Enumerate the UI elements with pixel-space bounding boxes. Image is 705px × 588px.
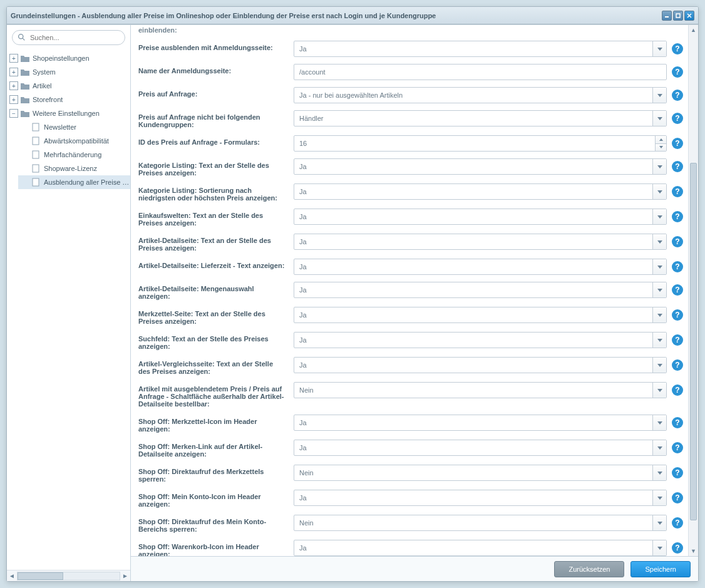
hscroll-track[interactable] (17, 572, 120, 580)
scroll-up-icon[interactable]: ▲ (689, 25, 698, 35)
combo-box[interactable]: Ja (294, 357, 667, 373)
combo-box[interactable]: Nein (294, 515, 667, 531)
field-label: Kategorie Listing: Sortierung nach niedr… (138, 183, 294, 202)
help-icon[interactable]: ? (672, 211, 683, 222)
help-icon[interactable]: ? (672, 236, 683, 247)
reset-button[interactable]: Zurücksetzen (554, 561, 624, 577)
combo-box[interactable]: Ja (294, 209, 667, 225)
help-icon[interactable]: ? (672, 284, 683, 296)
spinner-up-icon[interactable] (656, 136, 666, 144)
vscroll-track[interactable] (689, 35, 698, 546)
combo-box[interactable]: Ja (294, 282, 667, 298)
tree-node-system[interactable]: + System (7, 65, 130, 79)
help-icon[interactable]: ? (672, 417, 683, 428)
chevron-down-icon[interactable] (652, 234, 666, 249)
combo-box[interactable]: Ja (294, 307, 667, 323)
help-icon[interactable]: ? (672, 261, 683, 272)
chevron-down-icon[interactable] (652, 333, 666, 348)
field-wrap: Ja? (294, 158, 683, 175)
chevron-down-icon[interactable] (652, 111, 666, 126)
spinner-down-icon[interactable] (656, 144, 666, 152)
chevron-down-icon[interactable] (652, 383, 666, 398)
titlebar[interactable]: Grundeinstellungen - Ausblendung aller P… (7, 7, 698, 24)
scroll-down-icon[interactable]: ▼ (689, 546, 698, 556)
chevron-down-icon[interactable] (652, 88, 666, 103)
text-input[interactable] (294, 64, 667, 80)
chevron-down-icon[interactable] (652, 209, 666, 224)
vscroll-thumb[interactable] (690, 163, 697, 520)
main-vscroll[interactable]: ▲ ▼ (688, 25, 698, 556)
save-button[interactable]: Speichern (630, 561, 691, 577)
tree-node-lizenz[interactable]: Shopware-Lizenz (18, 162, 130, 175)
expand-icon[interactable]: + (9, 68, 18, 76)
chevron-down-icon[interactable] (652, 515, 666, 530)
tree-node-abwaerts[interactable]: Abwärtskompatibilität (18, 134, 130, 148)
spinner-value[interactable]: 16 (294, 136, 655, 151)
maximize-button[interactable] (673, 11, 683, 21)
help-icon[interactable]: ? (672, 186, 683, 197)
combo-box[interactable]: Ja - nur bei ausgewählten Artikeln (294, 87, 667, 103)
tree-node-mehrfach[interactable]: Mehrfachänderung (18, 148, 130, 162)
tree-node-newsletter[interactable]: Newsletter (18, 120, 130, 134)
help-icon[interactable]: ? (672, 542, 683, 554)
combo-box[interactable]: Nein (294, 465, 667, 481)
help-icon[interactable]: ? (672, 138, 683, 149)
combo-box[interactable]: Ja (294, 183, 667, 200)
search-input[interactable] (12, 30, 125, 45)
help-icon[interactable]: ? (672, 467, 683, 478)
chevron-down-icon[interactable] (652, 282, 666, 297)
combo-box[interactable]: Ja (294, 332, 667, 348)
help-icon[interactable]: ? (672, 309, 683, 321)
combo-box[interactable]: Ja (294, 415, 667, 431)
help-icon[interactable]: ? (672, 384, 683, 396)
chevron-down-icon[interactable] (652, 307, 666, 322)
help-icon[interactable]: ? (672, 43, 683, 54)
tree-node-storefront[interactable]: + Storefront (7, 93, 130, 106)
chevron-down-icon[interactable] (652, 540, 666, 555)
combo-box[interactable]: Nein (294, 382, 667, 398)
help-icon[interactable]: ? (672, 334, 683, 346)
chevron-down-icon[interactable] (652, 159, 666, 174)
combo-box[interactable]: Händler (294, 110, 667, 126)
minimize-button[interactable] (662, 11, 672, 21)
help-icon[interactable]: ? (672, 442, 683, 453)
help-icon[interactable]: ? (672, 113, 683, 124)
combo-box[interactable]: Ja (294, 41, 667, 57)
expand-icon[interactable]: + (9, 81, 18, 90)
combo-box[interactable]: Ja (294, 540, 667, 556)
combo-box[interactable]: Ja (294, 490, 667, 506)
chevron-down-icon[interactable] (652, 440, 666, 455)
tree-node-shopeinstellungen[interactable]: + Shopeinstellungen (7, 51, 130, 65)
help-icon[interactable]: ? (672, 90, 683, 101)
combo-box[interactable]: Ja (294, 234, 667, 250)
sidebar-hscroll[interactable]: ◄ ► (7, 570, 130, 581)
chevron-down-icon[interactable] (652, 184, 666, 199)
tree-node-weitere[interactable]: − Weitere Einstellungen (7, 106, 130, 120)
chevron-down-icon[interactable] (652, 41, 666, 56)
combo-value: Ja (294, 286, 652, 294)
collapse-icon[interactable]: − (9, 109, 18, 118)
tree-node-artikel[interactable]: + Artikel (7, 79, 130, 93)
help-icon[interactable]: ? (672, 492, 683, 503)
hscroll-thumb[interactable] (18, 572, 63, 580)
help-icon[interactable]: ? (672, 517, 683, 529)
form-scroll[interactable]: einblenden: Preise ausblenden mit Anmeld… (131, 25, 688, 556)
help-icon[interactable]: ? (672, 359, 683, 371)
combo-box[interactable]: Ja (294, 440, 667, 456)
chevron-down-icon[interactable] (652, 465, 666, 480)
expand-icon[interactable]: + (9, 54, 18, 63)
help-icon[interactable]: ? (672, 66, 683, 78)
scroll-left-icon[interactable]: ◄ (7, 571, 17, 581)
number-spinner[interactable]: 16 (294, 135, 667, 152)
close-button[interactable] (684, 11, 694, 21)
chevron-down-icon[interactable] (652, 415, 666, 430)
expand-icon[interactable]: + (9, 95, 18, 104)
scroll-right-icon[interactable]: ► (120, 571, 130, 581)
chevron-down-icon[interactable] (652, 259, 666, 274)
help-icon[interactable]: ? (672, 161, 683, 172)
chevron-down-icon[interactable] (652, 490, 666, 505)
combo-box[interactable]: Ja (294, 158, 667, 175)
tree-node-ausblendung[interactable]: Ausblendung aller Preise im On (18, 175, 130, 189)
combo-box[interactable]: Ja (294, 259, 667, 275)
chevron-down-icon[interactable] (652, 358, 666, 373)
